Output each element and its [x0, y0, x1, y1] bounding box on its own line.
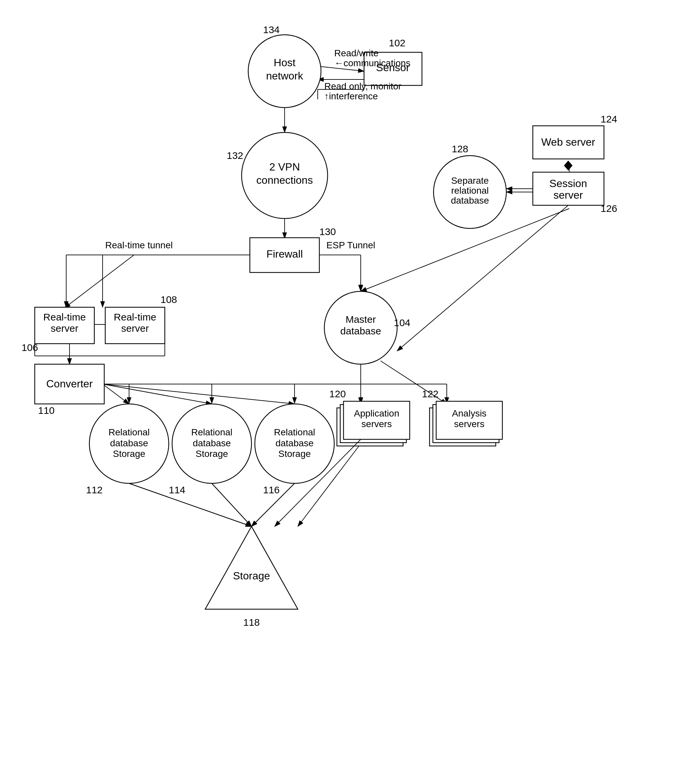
svg-text:server: server — [121, 323, 148, 334]
svg-text:ESP Tunnel: ESP Tunnel — [326, 240, 375, 250]
svg-text:120: 120 — [329, 389, 346, 399]
svg-text:Application: Application — [354, 408, 400, 418]
svg-text:database: database — [275, 438, 313, 448]
svg-text:Host: Host — [274, 57, 296, 69]
svg-text:114: 114 — [169, 484, 185, 495]
svg-text:database: database — [451, 195, 489, 206]
svg-text:Firewall: Firewall — [267, 248, 303, 260]
svg-text:Read only, monitor: Read only, monitor — [324, 81, 401, 91]
svg-text:2 VPN: 2 VPN — [270, 161, 300, 173]
svg-text:134: 134 — [263, 24, 280, 35]
svg-text:104: 104 — [394, 317, 410, 328]
svg-text:106: 106 — [21, 342, 38, 353]
svg-text:Session: Session — [550, 178, 587, 189]
svg-text:116: 116 — [263, 484, 280, 495]
svg-text:servers: servers — [454, 419, 484, 429]
svg-text:connections: connections — [257, 174, 313, 186]
svg-text:servers: servers — [361, 419, 392, 429]
svg-text:126: 126 — [601, 203, 617, 214]
svg-text:relational: relational — [451, 185, 489, 196]
svg-text:Relational: Relational — [191, 427, 233, 437]
svg-text:network: network — [266, 70, 303, 82]
svg-text:Real-time: Real-time — [114, 311, 156, 323]
svg-text:118: 118 — [243, 617, 260, 628]
svg-text:132: 132 — [227, 150, 243, 161]
svg-text:server: server — [554, 189, 583, 201]
svg-text:102: 102 — [389, 38, 405, 48]
svg-text:124: 124 — [601, 114, 617, 125]
svg-text:130: 130 — [319, 226, 336, 237]
svg-text:database: database — [192, 438, 231, 448]
svg-text:Storage: Storage — [113, 449, 145, 459]
svg-text:database: database — [340, 326, 381, 336]
svg-text:Real-time: Real-time — [43, 311, 86, 323]
svg-text:112: 112 — [86, 484, 103, 495]
svg-text:Analysis: Analysis — [452, 408, 487, 418]
svg-text:←communications: ←communications — [334, 58, 410, 68]
svg-text:Converter: Converter — [46, 378, 93, 390]
svg-text:108: 108 — [161, 294, 177, 305]
svg-text:Real-time tunnel: Real-time tunnel — [105, 240, 173, 250]
svg-text:128: 128 — [452, 143, 468, 154]
svg-text:Storage: Storage — [278, 449, 311, 459]
svg-text:122: 122 — [422, 389, 439, 399]
svg-text:database: database — [110, 438, 148, 448]
svg-text:↑interference: ↑interference — [324, 91, 378, 101]
svg-text:server: server — [51, 323, 78, 334]
network-diagram: Host network 134 Sensor 102 Read/write ←… — [0, 0, 691, 784]
svg-text:Read/write: Read/write — [334, 48, 378, 58]
svg-text:110: 110 — [38, 405, 54, 416]
svg-text:Storage: Storage — [196, 449, 228, 459]
svg-text:Separate: Separate — [451, 175, 489, 186]
svg-text:Relational: Relational — [109, 427, 150, 437]
svg-text:Web server: Web server — [541, 136, 595, 148]
svg-text:Master: Master — [346, 314, 376, 325]
svg-text:Storage: Storage — [233, 570, 270, 582]
svg-text:Relational: Relational — [274, 427, 315, 437]
